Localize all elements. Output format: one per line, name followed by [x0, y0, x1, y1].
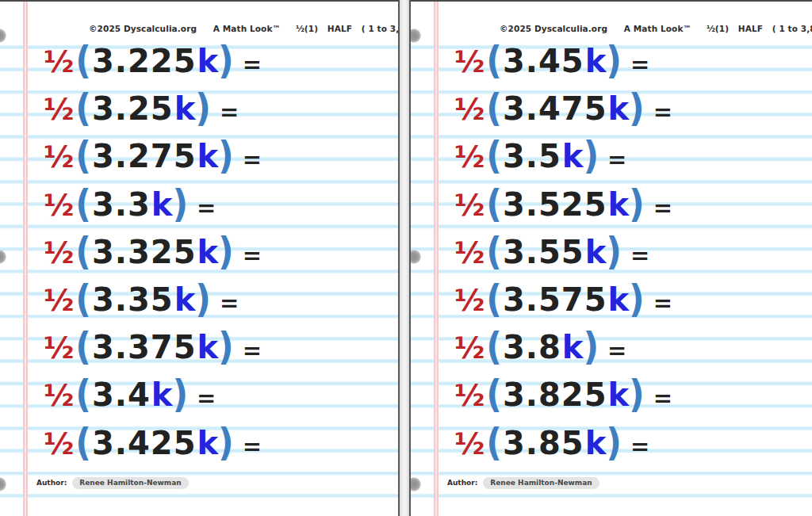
punch-hole	[0, 250, 6, 264]
copyright-text: ©2025 Dyscalculia.org	[500, 24, 607, 33]
close-paren: )	[218, 129, 234, 182]
punch-hole	[411, 250, 421, 264]
equals-sign: =	[607, 146, 626, 173]
fraction-half: ½	[454, 189, 485, 223]
equals-sign: =	[630, 433, 649, 460]
open-paren: (	[486, 320, 502, 373]
open-paren: (	[75, 320, 91, 373]
operand-value: 3.275	[92, 138, 197, 174]
open-paren: (	[486, 177, 502, 230]
open-paren: (	[486, 224, 502, 277]
fraction-half: ½	[454, 427, 485, 461]
equals-sign: =	[653, 289, 672, 316]
fraction-half: ½	[454, 236, 485, 270]
math-problem: ½(3.5k)=	[454, 132, 672, 179]
close-paren: )	[195, 82, 211, 135]
equals-sign: =	[630, 51, 649, 78]
open-paren: (	[486, 33, 502, 86]
equals-sign: =	[220, 98, 239, 125]
unit-k: k	[197, 138, 219, 174]
open-paren: (	[75, 177, 91, 230]
unit-k: k	[151, 376, 173, 413]
operand-value: 3.35	[92, 281, 174, 318]
equals-sign: =	[243, 337, 262, 364]
fraction-half: ½	[44, 331, 74, 365]
unit-k: k	[608, 376, 630, 413]
equals-sign: =	[653, 98, 672, 125]
range-label: ( 1 to 3,850)	[772, 24, 812, 33]
fraction-half: ½	[44, 284, 74, 318]
operand-value: 3.45	[503, 43, 584, 79]
margin-line	[23, 2, 28, 516]
page-header: ©2025 Dyscalculia.org A Math Look™ ½(1) …	[89, 24, 398, 33]
mode-label: HALF	[738, 24, 763, 33]
unit-k: k	[608, 90, 630, 127]
author-name-badge: Renee Hamilton-Newman	[483, 477, 599, 489]
author-label: Author:	[447, 479, 477, 487]
close-paren: )	[218, 33, 234, 86]
math-problem: ½(3.55k)=	[454, 227, 672, 275]
unit-k: k	[585, 43, 607, 79]
unit-k: k	[585, 234, 607, 270]
open-paren: (	[75, 129, 91, 182]
equals-sign: =	[243, 146, 262, 173]
open-paren: (	[486, 272, 502, 325]
close-paren: )	[583, 129, 599, 182]
page-divider	[398, 0, 411, 516]
close-paren: )	[195, 272, 211, 325]
unit-k: k	[197, 234, 219, 270]
math-problem: ½(3.425k)=	[44, 419, 262, 466]
operand-value: 3.225	[92, 43, 197, 79]
operand-value: 3.55	[503, 234, 584, 270]
fraction-half: ½	[454, 45, 485, 79]
unit-k: k	[174, 281, 196, 318]
fraction-half: ½	[44, 140, 74, 174]
equals-sign: =	[653, 384, 672, 411]
math-problem: ½(3.35k)=	[44, 275, 262, 323]
close-paren: )	[218, 224, 234, 277]
operand-value: 3.3	[92, 186, 151, 223]
page-footer: Author: Renee Hamilton-Newman	[36, 476, 189, 490]
open-paren: (	[486, 368, 502, 421]
open-paren: (	[75, 415, 91, 468]
operand-value: 3.375	[92, 329, 197, 365]
equals-sign: =	[607, 337, 626, 364]
operand-value: 3.525	[503, 186, 607, 223]
problem-list: ½(3.225k)= ½(3.25k)= ½(3.275k)= ½(3.3k)=…	[44, 36, 262, 466]
fraction-half: ½	[454, 93, 485, 127]
equals-sign: =	[243, 433, 262, 460]
close-paren: )	[606, 33, 622, 86]
open-paren: (	[75, 33, 91, 86]
unit-k: k	[608, 186, 630, 223]
equals-sign: =	[197, 384, 216, 411]
math-problem: ½(3.3k)=	[44, 180, 262, 227]
equals-sign: =	[243, 242, 262, 269]
operand-value: 3.325	[92, 234, 197, 270]
fraction-half: ½	[44, 45, 74, 79]
close-paren: )	[218, 415, 234, 468]
open-paren: (	[486, 415, 502, 468]
worksheet-spread: ©2025 Dyscalculia.org A Math Look™ ½(1) …	[0, 0, 812, 516]
brand-text: A Math Look™	[624, 24, 691, 33]
math-problem: ½(3.45k)=	[454, 36, 672, 84]
unit-k: k	[197, 43, 219, 79]
unit-k: k	[151, 186, 173, 223]
close-paren: )	[172, 368, 188, 421]
open-paren: (	[75, 82, 91, 135]
math-problem: ½(3.375k)=	[44, 323, 262, 370]
unit-k: k	[174, 90, 196, 127]
operand-value: 3.4	[92, 376, 151, 413]
open-paren: (	[75, 224, 91, 277]
equals-sign: =	[243, 51, 262, 78]
equals-sign: =	[653, 194, 672, 221]
open-paren: (	[75, 368, 91, 421]
fraction-half: ½	[44, 379, 74, 413]
math-problem: ½(3.4k)=	[44, 370, 262, 418]
close-paren: )	[629, 82, 645, 135]
close-paren: )	[606, 224, 622, 277]
fraction-half: ½	[44, 93, 74, 127]
math-problem: ½(3.8k)=	[454, 323, 672, 370]
close-paren: )	[606, 415, 622, 468]
equals-sign: =	[197, 194, 216, 221]
punch-hole	[411, 477, 421, 491]
